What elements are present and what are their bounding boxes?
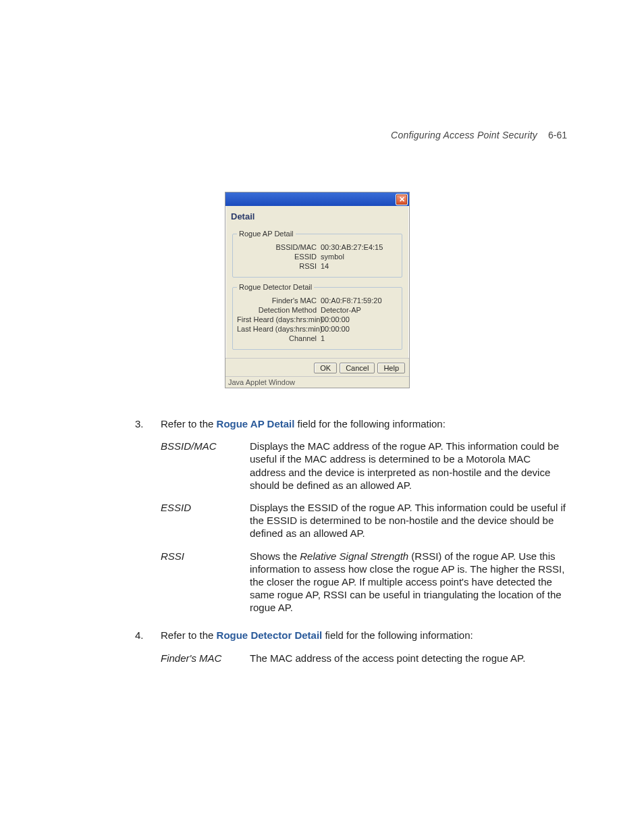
rssi-value: 14 — [321, 262, 398, 270]
def-essid: ESSID Displays the ESSID of the rogue AP… — [161, 501, 567, 540]
bssid-mac-value: 00:30:AB:27:E4:15 — [321, 243, 398, 251]
rssi-label: RSSI — [237, 262, 321, 270]
header-title: Configuring Access Point Security — [391, 130, 537, 140]
step-4-text: Refer to the Rogue Detector Detail field… — [161, 629, 567, 642]
cancel-button[interactable]: Cancel — [340, 363, 375, 373]
first-heard-value: 00:00:00 — [321, 315, 398, 323]
dialog-button-row: OK Cancel Help — [225, 358, 409, 376]
bssid-mac-label: BSSID/MAC — [237, 243, 321, 251]
step-4-post: field for the following information: — [322, 629, 473, 641]
def-bssid-mac-term: BSSID/MAC — [161, 440, 250, 492]
rogue-ap-detail-group: Rogue AP Detail BSSID/MAC 00:30:AB:27:E4… — [232, 230, 402, 278]
ok-button[interactable]: OK — [314, 363, 337, 373]
def-bssid-mac-desc: Displays the MAC address of the rogue AP… — [250, 440, 567, 492]
step-3-bold: Rogue AP Detail — [217, 418, 295, 429]
channel-label: Channel — [237, 334, 321, 342]
def-rssi-desc-em: Relative Signal Strength — [300, 550, 408, 562]
running-header: Configuring Access Point Security 6-61 — [391, 130, 567, 140]
step-4-bold: Rogue Detector Detail — [217, 629, 323, 641]
dialog-titlebar: ✕ — [225, 192, 409, 206]
finders-mac-label: Finder's MAC — [237, 296, 321, 305]
dialog-heading: Detail — [230, 209, 405, 227]
detection-method-label: Detection Method — [237, 306, 321, 314]
step-3-text: Refer to the Rogue AP Detail field for t… — [161, 417, 567, 430]
last-heard-value: 00:00:00 — [321, 325, 398, 333]
help-button[interactable]: Help — [377, 363, 405, 373]
step-4-pre: Refer to the — [161, 629, 217, 641]
definitions-rogue-ap: BSSID/MAC Displays the MAC address of th… — [161, 440, 567, 614]
rogue-ap-detail-legend: Rogue AP Detail — [237, 230, 296, 238]
detection-method-value: Detector-AP — [321, 306, 398, 314]
def-bssid-mac: BSSID/MAC Displays the MAC address of th… — [161, 440, 567, 492]
essid-value: symbol — [321, 253, 398, 261]
step-4-number: 4. — [135, 629, 161, 642]
definitions-rogue-detector: Finder's MAC The MAC address of the acce… — [161, 652, 567, 664]
finders-mac-value: 00:A0:F8:71:59:20 — [321, 296, 398, 305]
dialog-statusbar: Java Applet Window — [225, 376, 409, 388]
detail-dialog: ✕ Detail Rogue AP Detail BSSID/MAC 00:30… — [225, 192, 410, 388]
def-rssi-desc: Shows the Relative Signal Strength (RSSI… — [250, 550, 567, 615]
last-heard-label: Last Heard (days:hrs:min) — [237, 325, 321, 333]
def-rssi-term: RSSI — [161, 550, 250, 615]
step-3-pre: Refer to the — [161, 418, 217, 429]
def-essid-term: ESSID — [161, 501, 250, 540]
close-icon: ✕ — [399, 196, 405, 203]
close-button[interactable]: ✕ — [396, 194, 408, 205]
page-content: 3. Refer to the Rogue AP Detail field fo… — [135, 417, 567, 679]
def-rssi-desc-pre: Shows the — [250, 550, 300, 562]
first-heard-label: First Heard (days:hrs:min) — [237, 315, 321, 323]
rogue-detector-detail-legend: Rogue Detector Detail — [237, 283, 314, 291]
def-finders-mac-term: Finder's MAC — [161, 652, 250, 664]
step-3: 3. Refer to the Rogue AP Detail field fo… — [135, 417, 567, 430]
def-finders-mac-desc: The MAC address of the access point dete… — [250, 652, 567, 664]
page-number: 6-61 — [548, 130, 567, 140]
step-3-number: 3. — [135, 417, 161, 430]
essid-label: ESSID — [237, 253, 321, 261]
def-finders-mac: Finder's MAC The MAC address of the acce… — [161, 652, 567, 664]
def-essid-desc: Displays the ESSID of the rogue AP. This… — [250, 501, 567, 540]
step-4: 4. Refer to the Rogue Detector Detail fi… — [135, 629, 567, 642]
channel-value: 1 — [321, 334, 398, 342]
step-3-post: field for the following information: — [294, 418, 445, 429]
def-rssi: RSSI Shows the Relative Signal Strength … — [161, 550, 567, 615]
rogue-detector-detail-group: Rogue Detector Detail Finder's MAC 00:A0… — [232, 283, 402, 350]
